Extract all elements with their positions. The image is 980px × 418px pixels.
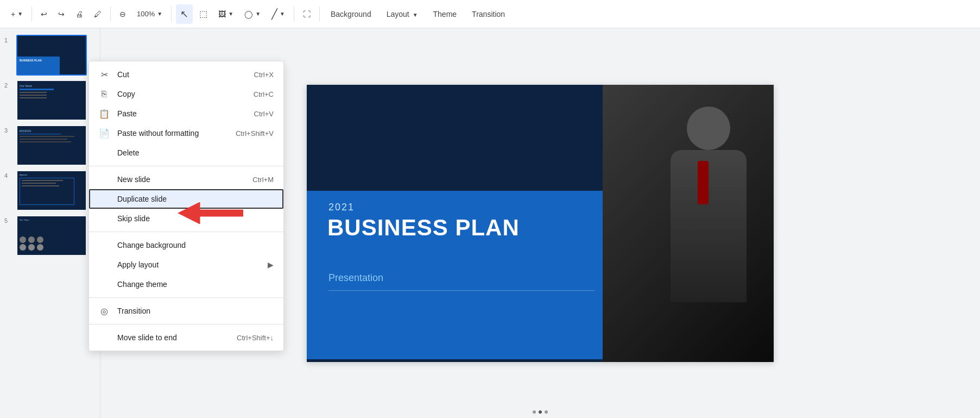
add-button[interactable]: + ▼ bbox=[7, 4, 27, 24]
slide-thumbnail-4[interactable]: Agenda bbox=[16, 170, 87, 211]
separator-2 bbox=[110, 7, 111, 22]
image-button[interactable]: 🖼 ▼ bbox=[214, 4, 238, 24]
change-theme-icon bbox=[99, 279, 110, 290]
slide-item-4[interactable]: 4 Agenda bbox=[0, 168, 100, 213]
shape-button[interactable]: ◯ ▼ bbox=[240, 4, 265, 24]
background-button[interactable]: Background bbox=[324, 4, 378, 24]
menu-item-paste-no-format[interactable]: 📄 Paste without formatting Ctrl+Shift+V bbox=[89, 123, 283, 143]
image-dropdown-icon: ▼ bbox=[228, 11, 233, 17]
slide-thumbnail-5[interactable]: Our Team bbox=[16, 215, 87, 256]
apply-layout-label: Apply layout bbox=[117, 260, 159, 269]
separator-4 bbox=[294, 7, 294, 22]
slide-thumb-inner-5: Our Team bbox=[17, 216, 86, 255]
person-tie bbox=[698, 161, 709, 204]
menu-item-apply-layout[interactable]: Apply layout ▶ bbox=[89, 255, 283, 274]
slide-dot-2 bbox=[539, 410, 542, 414]
line-icon: ╱ bbox=[271, 8, 277, 20]
menu-item-delete[interactable]: Delete bbox=[89, 143, 283, 163]
slide-thumbnail-2[interactable]: Our Vision bbox=[16, 80, 87, 121]
redo-icon: ↪ bbox=[58, 10, 65, 18]
new-slide-label: New slide bbox=[117, 175, 150, 184]
layout-dropdown-icon: ▼ bbox=[413, 12, 418, 18]
slide-navigation-dots bbox=[533, 410, 548, 414]
slide-item-5[interactable]: 5 Our Team bbox=[0, 213, 100, 258]
slide-number-1: 1 bbox=[4, 37, 12, 43]
transition-toolbar-button[interactable]: Transition bbox=[465, 4, 511, 24]
context-menu-overlay: ✂ Cut Ctrl+X ⎘ Copy Ctrl+C 📋 Paste Ctr bbox=[88, 61, 284, 351]
select-icon: ↖ bbox=[180, 8, 188, 20]
paint-format-icon: 🖊 bbox=[94, 10, 102, 18]
cut-shortcut: Ctrl+X bbox=[254, 71, 274, 79]
menu-item-change-background[interactable]: Change background bbox=[89, 235, 283, 255]
skip-slide-icon bbox=[99, 213, 110, 224]
menu-item-change-theme[interactable]: Change theme bbox=[89, 274, 283, 294]
duplicate-slide-label: Duplicate slide bbox=[117, 195, 167, 203]
slide-thumbnail-3[interactable]: MISSION bbox=[16, 125, 87, 166]
paste-icon: 📋 bbox=[99, 108, 110, 119]
slide-dot-1 bbox=[533, 410, 536, 414]
select-button[interactable]: ↖ bbox=[176, 4, 193, 24]
menu-item-transition[interactable]: ◎ Transition bbox=[89, 301, 283, 321]
menu-item-cut[interactable]: ✂ Cut Ctrl+X bbox=[89, 65, 283, 84]
copy-shortcut: Ctrl+C bbox=[254, 90, 274, 98]
duplicate-slide-icon bbox=[99, 194, 110, 204]
menu-item-paste[interactable]: 📋 Paste Ctrl+V bbox=[89, 104, 283, 123]
fullscreen-button[interactable]: ⛶ bbox=[299, 4, 315, 24]
zoom-out-icon: ⊖ bbox=[119, 10, 126, 18]
menu-item-duplicate-slide[interactable]: Duplicate slide bbox=[89, 189, 283, 209]
add-icon: + bbox=[11, 10, 15, 18]
skip-slide-label: Skip slide bbox=[117, 214, 150, 223]
slide-title: BUSINESS PLAN bbox=[327, 215, 520, 240]
transition-label: Transition bbox=[117, 307, 150, 315]
paste-no-format-shortcut: Ctrl+Shift+V bbox=[236, 129, 274, 138]
change-background-icon bbox=[99, 240, 110, 251]
change-background-label: Change background bbox=[117, 241, 186, 249]
line-button[interactable]: ╱ ▼ bbox=[267, 4, 289, 24]
slide-number-5: 5 bbox=[4, 217, 12, 224]
move-slide-end-label: Move slide to end bbox=[117, 333, 177, 342]
menu-item-new-slide[interactable]: New slide Ctrl+M bbox=[89, 170, 283, 189]
new-slide-shortcut: Ctrl+M bbox=[252, 176, 274, 184]
undo-button[interactable]: ↩ bbox=[36, 4, 52, 24]
slide-thumb-inner-3: MISSION bbox=[17, 126, 86, 165]
menu-item-skip-slide[interactable]: Skip slide bbox=[89, 209, 283, 228]
separator-5 bbox=[319, 7, 320, 22]
paste-no-format-icon: 📄 bbox=[99, 128, 110, 139]
slide-subtitle: Presentation bbox=[328, 272, 383, 284]
zoom-out-button[interactable]: ⊖ bbox=[115, 4, 130, 24]
crop-button[interactable]: ⬚ bbox=[195, 4, 212, 24]
theme-button[interactable]: Theme bbox=[427, 4, 464, 24]
slide-item-2[interactable]: 2 Our Vision bbox=[0, 78, 100, 123]
slide-canvas: 2021 BUSINESS PLAN Presentation bbox=[307, 85, 774, 362]
person-head bbox=[687, 107, 730, 150]
crop-icon: ⬚ bbox=[199, 9, 207, 19]
copy-icon: ⎘ bbox=[99, 89, 110, 99]
separator-menu-2 bbox=[89, 232, 283, 232]
shape-icon: ◯ bbox=[244, 10, 253, 18]
cut-icon: ✂ bbox=[99, 69, 110, 80]
apply-layout-arrow-icon: ▶ bbox=[268, 260, 274, 269]
menu-item-copy[interactable]: ⎘ Copy Ctrl+C bbox=[89, 84, 283, 104]
paint-format-button[interactable]: 🖊 bbox=[90, 4, 106, 24]
slide-thumbnail-1[interactable]: BUSINESS PLAN bbox=[16, 35, 87, 76]
slide-item-3[interactable]: 3 MISSION bbox=[0, 123, 100, 168]
add-dropdown-icon: ▼ bbox=[17, 11, 23, 17]
slide-photo-area bbox=[603, 85, 774, 362]
layout-button[interactable]: Layout ▼ bbox=[380, 4, 425, 24]
zoom-dropdown-button[interactable]: 100% ▼ bbox=[132, 4, 167, 24]
separator-menu-1 bbox=[89, 166, 283, 166]
slide-thumb-inner-1: BUSINESS PLAN bbox=[17, 36, 86, 74]
slide-dot-3 bbox=[545, 410, 548, 414]
slide-year: 2021 bbox=[328, 202, 355, 213]
print-button[interactable]: 🖨 bbox=[71, 4, 87, 24]
redo-button[interactable]: ↪ bbox=[54, 4, 69, 24]
line-dropdown-icon: ▼ bbox=[280, 11, 285, 17]
shape-dropdown-icon: ▼ bbox=[255, 11, 261, 17]
slide-item-1[interactable]: 1 BUSINESS PLAN bbox=[0, 33, 100, 78]
toolbar: + ▼ ↩ ↪ 🖨 🖊 ⊖ 100% ▼ ↖ ⬚ 🖼 ▼ ◯ ▼ ╱ ▼ ⛶ bbox=[0, 0, 980, 28]
paste-no-format-label: Paste without formatting bbox=[117, 129, 199, 138]
slide-divider-line bbox=[328, 290, 595, 291]
menu-item-move-slide-end[interactable]: Move slide to end Ctrl+Shift+↓ bbox=[89, 328, 283, 347]
slide-panel: 1 BUSINESS PLAN 2 Our Vision bbox=[0, 28, 100, 418]
apply-layout-icon bbox=[99, 259, 110, 270]
